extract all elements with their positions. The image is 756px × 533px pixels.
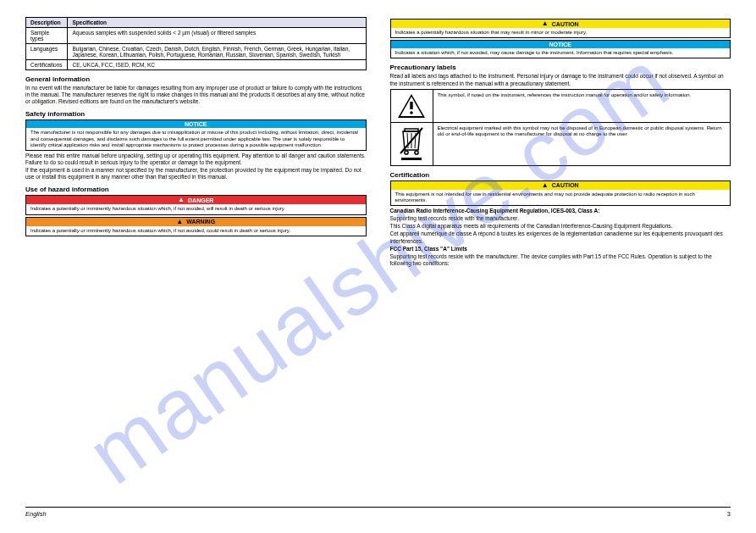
danger-label: DANGER: [188, 197, 213, 203]
svg-point-3: [410, 111, 413, 114]
notice-header: NOTICE: [391, 41, 731, 48]
danger-body: Indicates a potentially or imminently ha…: [26, 204, 366, 214]
precautionary-labels-table: This symbol, if noted on the instrument,…: [390, 89, 731, 166]
table-header-row: Description Specification: [26, 18, 367, 28]
paragraph: Supporting test records reside with the …: [390, 215, 731, 222]
spec-cell: Sample types: [26, 28, 68, 44]
notice-body: Indicates a situation which, if not avoi…: [391, 48, 731, 58]
paragraph: Please read this entire manual before un…: [25, 153, 367, 166]
caution-header: ▲ CAUTION: [391, 181, 731, 190]
spec-header-specification: Specification: [68, 18, 366, 28]
caution-label: CAUTION: [552, 182, 579, 188]
table-row: This symbol, if noted on the instrument,…: [390, 89, 731, 122]
exclamation-triangle-icon: [397, 93, 426, 119]
svg-point-9: [415, 151, 418, 154]
paragraph: Cet appareil numérique de classe A répon…: [390, 230, 731, 244]
page-footer: English 3: [25, 507, 731, 518]
heading-certification: Certification: [390, 171, 731, 179]
paragraph: Read all labels and tags attached to the…: [390, 73, 731, 86]
warning-body: Indicates a potentially or imminently ha…: [26, 226, 366, 236]
table-row: Certifications CE, UKCA, FCC, ISED, RCM,…: [26, 60, 367, 70]
danger-box: ▲ DANGER Indicates a potentially or immi…: [25, 195, 367, 214]
caution-label: CAUTION: [552, 21, 579, 27]
paragraph: This Class A digital apparatus meets all…: [390, 223, 731, 230]
weee-symbol-cell: [390, 122, 433, 165]
table-row: Sample types Aqueous samples with suspen…: [26, 28, 367, 44]
footer-language: English: [25, 510, 47, 518]
spec-cell: CE, UKCA, FCC, ISED, RCM, KC: [68, 60, 366, 70]
table-row: Languages Bulgarian, Chinese, Croatian, …: [26, 44, 367, 60]
warning-label: WARNING: [186, 219, 215, 225]
svg-point-8: [405, 151, 408, 154]
svg-rect-11: [401, 158, 422, 160]
warning-triangle-icon: ▲: [176, 219, 183, 225]
caution-box: ▲ CAUTION This equipment is not intended…: [390, 180, 731, 206]
spec-cell: Bulgarian, Chinese, Croatian, Czech, Dan…: [68, 44, 366, 60]
danger-header: ▲ DANGER: [26, 196, 366, 204]
paragraph: Supporting test records reside with the …: [390, 253, 731, 267]
notice-box: NOTICE Indicates a situation which, if n…: [390, 40, 731, 58]
warning-triangle-icon: ▲: [542, 182, 549, 189]
label-description: Electrical equipment marked with this sy…: [433, 122, 731, 165]
notice-body: The manufacturer is not responsible for …: [26, 128, 366, 150]
heading-safety-info: Safety information: [25, 110, 367, 118]
left-column: Description Specification Sample types A…: [25, 17, 367, 268]
caution-box: ▲ CAUTION Indicates a potentially hazard…: [390, 19, 731, 38]
specifications-table: Description Specification Sample types A…: [25, 17, 367, 70]
weee-bin-icon: [397, 126, 426, 162]
label-description: This symbol, if noted on the instrument,…: [433, 89, 731, 122]
warning-triangle-icon: ▲: [178, 197, 185, 203]
caution-header: ▲ CAUTION: [391, 19, 731, 28]
warning-triangle-icon: ▲: [542, 20, 549, 27]
heading-precautionary-labels: Precautionary labels: [390, 64, 731, 71]
notice-box: NOTICE The manufacturer is not responsib…: [25, 119, 367, 151]
caution-body: This equipment is not intended for use i…: [391, 190, 731, 205]
spec-cell: Languages: [26, 44, 68, 60]
paragraph-bold: Canadian Radio Interference-Causing Equi…: [390, 208, 731, 214]
spec-cell: Certifications: [26, 60, 68, 70]
notice-header: NOTICE: [26, 120, 366, 128]
heading-hazard-info: Use of hazard information: [25, 186, 367, 193]
svg-rect-2: [410, 102, 412, 109]
paragraph: If the equipment is used in a manner not…: [25, 167, 367, 180]
page-content: Description Specification Sample types A…: [0, 0, 756, 268]
spec-cell: Aqueous samples with suspended solids < …: [68, 28, 366, 44]
paragraph-bold: FCC Part 15, Class "A" Limits: [390, 246, 731, 253]
heading-general-info: General information: [25, 75, 367, 83]
caution-body: Indicates a potentially hazardous situat…: [391, 28, 731, 37]
footer-page-number: 3: [727, 510, 731, 518]
warning-box: ▲ WARNING Indicates a potentially or imm…: [25, 217, 367, 236]
right-column: ▲ CAUTION Indicates a potentially hazard…: [390, 17, 731, 268]
warning-header: ▲ WARNING: [26, 218, 366, 226]
spec-header-description: Description: [26, 18, 68, 28]
table-row: Electrical equipment marked with this sy…: [390, 122, 731, 165]
warning-symbol-cell: [390, 89, 433, 122]
paragraph: In no event will the manufacturer be lia…: [25, 85, 367, 105]
